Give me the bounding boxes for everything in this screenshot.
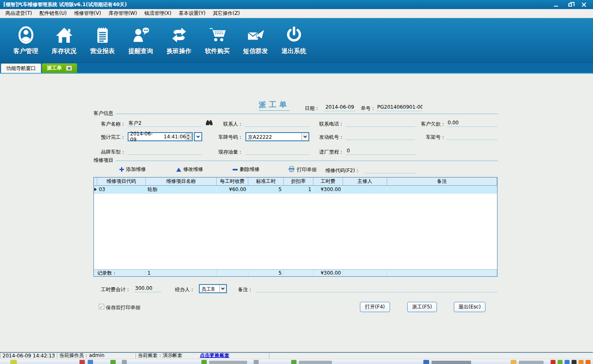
taskbar-item[interactable] [110,360,116,364]
toolbar-sms-broadcast[interactable]: 短信群发 [236,18,275,62]
restore-icon[interactable] [567,2,573,7]
tray-icon[interactable] [586,360,591,364]
operator-value[interactable]: 员工B [200,285,219,292]
brand-model-input[interactable] [128,147,202,155]
cell-remark[interactable] [387,186,497,193]
switch-account-link[interactable]: 点击更换账套 [200,352,229,359]
column-header-labor-fee[interactable]: 工时费 [313,177,343,185]
edit-repair-button[interactable]: 修改维修 [176,166,203,173]
search-binoculars-icon[interactable] [205,119,213,126]
taskbar-item[interactable] [122,360,127,364]
table-row-selected[interactable]: 03 轮胎 ¥60.00 5 1 ¥300.00 [94,186,497,194]
exit-button[interactable]: 退出(Esc) [454,302,486,312]
toolbar-reminder-query[interactable]: 提醒查询 [121,18,160,62]
toolbar-exit-system[interactable]: 退出系统 [275,18,313,62]
tray-icon[interactable] [558,360,563,364]
plate-combobox[interactable]: 京A22222 [245,132,309,141]
taskbar-item[interactable] [511,360,516,364]
column-header-std-hours[interactable]: 标准工时 [248,177,284,185]
plate-dropdown-icon[interactable] [301,133,308,140]
print-receipt-button[interactable]: 打印单据 [288,166,317,173]
column-header-rate[interactable]: 每工时收费 [217,177,248,185]
cell-rate[interactable]: ¥60.00 [217,186,248,193]
spin-down-icon[interactable] [186,137,191,140]
cell-name[interactable]: 轮胎 [146,186,217,193]
tray-icon[interactable] [579,360,584,364]
engine-no-input[interactable] [346,132,415,140]
operator-combobox[interactable]: 员工B [199,284,227,293]
calendar-dropdown-icon[interactable] [194,132,202,141]
taskbar-item[interactable] [291,360,296,364]
fuel-level-input[interactable] [245,147,309,155]
column-header-discount[interactable]: 折扣率 [284,177,313,185]
taskbar-item-active[interactable] [423,360,429,364]
toolbar-label: 客户管理 [14,47,38,55]
tray-icon[interactable] [565,360,570,364]
close-icon[interactable] [581,2,587,7]
time-spinner[interactable] [186,133,191,140]
taskbar-item[interactable] [88,360,93,364]
taskbar-item[interactable] [254,360,259,364]
dispatch-button[interactable]: 派工(F5) [407,302,437,312]
column-header-name[interactable]: 维修项目名称 [146,177,217,185]
finish-datetime-box[interactable]: 2014-06-09 14:41:06 [128,132,193,141]
cell-mechanic[interactable] [343,186,387,193]
column-header-mechanic[interactable]: 主修人 [343,177,387,185]
tray-icon[interactable] [572,360,577,364]
phone-input[interactable] [346,119,415,127]
finish-datetime-picker[interactable]: 2014-06-09 14:41:06 [128,132,202,141]
cell-std-hours[interactable]: 5 [248,186,284,193]
taskbar-item-label[interactable] [209,361,247,364]
finish-date-value[interactable]: 2014-06-09 [130,131,158,142]
taskbar-item-label[interactable] [519,361,544,364]
finish-time-value[interactable]: 14:41:06 [164,134,186,140]
toolbar-customer-mgmt[interactable]: 客户管理 [7,18,45,62]
debt-value[interactable]: 0.00 [447,119,497,127]
open-button[interactable]: 打开(F4) [360,302,390,312]
vin-input[interactable] [447,132,497,140]
menu-item-inventory-mgmt[interactable]: 库存管理(W) [105,9,140,18]
column-header-remark[interactable]: 备注 [387,177,497,185]
cell-discount[interactable]: 1 [284,186,313,193]
operator-dropdown-icon[interactable] [219,285,226,292]
taskbar-item-label[interactable] [432,361,471,364]
dispatch-order-form: 派工单 日期： 2014-06-09 单号： PG2014060901-0001… [0,74,593,352]
taskbar-item[interactable] [10,360,17,364]
menu-item-cashflow-mgmt[interactable]: 钱流管理(X) [141,9,175,18]
plate-value[interactable]: 京A22222 [246,133,301,140]
contact-input[interactable] [245,119,309,127]
mileage-input[interactable]: 0 [346,147,415,155]
toolbar-inventory-status[interactable]: 库存状况 [45,18,83,62]
column-header-code[interactable]: 维修项目代码 [97,177,146,185]
triangle-icon [176,168,181,172]
remark-input[interactable] [256,285,497,292]
toolbar-shift-change[interactable]: 换班操作 [160,18,198,62]
record-count-value: 1 [146,270,217,276]
minimize-icon[interactable] [553,2,559,7]
menu-item-basic-settings[interactable]: 基本设置(Y) [175,9,209,18]
customer-name-input[interactable]: 客户2 [128,119,202,127]
taskbar-item[interactable] [79,360,85,364]
tab-dispatch-order[interactable]: 派工单 [42,63,77,73]
cell-code[interactable]: 03 [97,186,146,193]
toolbar-label: 退出系统 [282,47,306,55]
menu-item-repair-mgmt[interactable]: 维修管理(V) [70,9,105,18]
contact-label: 联系人： [223,121,243,128]
labor-total-value[interactable]: 300.00 [134,285,161,292]
menu-item-other-ops[interactable]: 其它操作(Z) [209,9,244,18]
spin-up-icon[interactable] [186,133,191,137]
tray-icon[interactable] [551,360,556,364]
taskbar-item-label[interactable] [299,361,332,364]
menu-item-purchase[interactable]: 商品进货(T) [2,9,36,18]
cell-labor-fee[interactable]: ¥300.00 [313,186,343,193]
menu-item-parts-sales[interactable]: 配件销售(U) [36,9,70,18]
tab-function-nav[interactable]: 功能导航窗口 [1,63,41,73]
repair-code-input[interactable] [364,166,416,173]
taskbar-item[interactable] [201,360,207,364]
add-repair-button[interactable]: 添加维修 [119,166,146,173]
print-after-save-checkbox[interactable]: ✓ [99,304,104,309]
toolbar-software-purchase[interactable]: 软件购买 [198,18,236,62]
toolbar-business-report[interactable]: 营业报表 [83,18,121,62]
delete-repair-button[interactable]: 删除维修 [233,166,259,173]
tab-close-icon[interactable] [66,65,72,71]
